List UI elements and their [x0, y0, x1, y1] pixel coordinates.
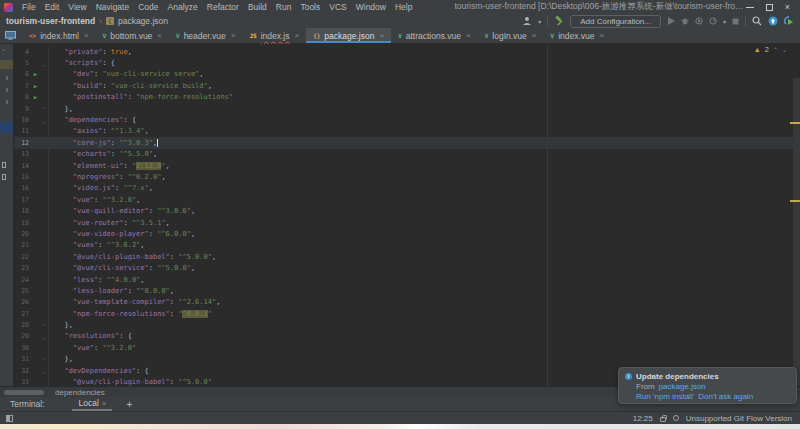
tool-window-icon[interactable]	[0, 28, 22, 43]
menu-view[interactable]: View	[64, 2, 90, 12]
notification-file-link[interactable]: package.json	[659, 382, 706, 391]
coverage-icon[interactable]	[695, 17, 703, 25]
tab-index.js[interactable]: JSindex.js×	[242, 28, 306, 43]
fold-icon[interactable]: ⌃	[40, 354, 49, 365]
search-everywhere-icon[interactable]	[752, 16, 762, 26]
line-number[interactable]: 11	[14, 127, 31, 135]
code-line[interactable]: 25 "less-loader": "^8.0.0",	[14, 285, 800, 296]
line-number[interactable]: 24	[14, 276, 31, 284]
code-line[interactable]: 20 "vue-video-player": "^6.0.0",	[14, 228, 800, 239]
code-line[interactable]: 15 "nprogress": "^0.2.0",	[14, 171, 800, 182]
code-line[interactable]: 21 "vuex": "^3.6.2",	[14, 240, 800, 251]
line-number[interactable]: 32	[14, 367, 31, 375]
minimize-icon[interactable]	[746, 7, 754, 8]
close-icon[interactable]: ×	[84, 31, 89, 40]
run-icon[interactable]: ▶	[31, 71, 40, 77]
tab-bottom.vue[interactable]: Vbottom.vue×	[96, 28, 169, 43]
code-line[interactable]: 9⌃ },	[14, 103, 800, 114]
update-available-icon[interactable]	[768, 16, 778, 26]
menu-code[interactable]: Code	[134, 2, 162, 12]
warning-stripe-mark[interactable]	[790, 200, 800, 202]
breadcrumb-json-path[interactable]: dependencies	[55, 388, 105, 397]
line-number[interactable]: 9	[14, 105, 31, 113]
code-line[interactable]: 11 "axios": "^1.3.4",	[14, 126, 800, 137]
code-line[interactable]: 30 "vue": "^3.2.0"	[14, 342, 800, 353]
git-flow-status[interactable]: Unsupported Git Flow Version	[686, 414, 792, 423]
close-icon[interactable]: ×	[157, 31, 162, 40]
terminal-label[interactable]: Terminal:	[0, 399, 54, 409]
code-line[interactable]: 27 "npm-force-resolutions": "^0.0.1"	[14, 308, 800, 319]
line-number[interactable]: 22	[14, 253, 31, 261]
close-icon[interactable]: ×	[532, 31, 537, 40]
code-line[interactable]: 10⌄ "dependencies": {	[14, 114, 800, 125]
tab-package.json[interactable]: {}package.json×	[306, 28, 391, 43]
code-line[interactable]: 26 "vue-template-compiler": "^2.6.14",	[14, 297, 800, 308]
code-line[interactable]: 13 "echarts": "^5.5.0",	[14, 149, 800, 160]
tab-header.vue[interactable]: Vheader.vue×	[169, 28, 242, 43]
new-terminal-button[interactable]: +	[126, 399, 132, 410]
line-number[interactable]: 5	[14, 59, 31, 67]
user-icon[interactable]	[522, 16, 532, 26]
code-line[interactable]: 5⌄ "scripts": {	[14, 57, 800, 68]
menu-run[interactable]: Run	[272, 2, 296, 12]
line-number[interactable]: 4	[14, 48, 31, 56]
line-number[interactable]: 25	[14, 287, 31, 295]
tab-index.html[interactable]: <>index.html×	[22, 28, 96, 43]
editor-scrollbar[interactable]	[793, 78, 800, 386]
line-number[interactable]: 19	[14, 219, 31, 227]
project-panel-collapsed[interactable]: ⌄	[0, 44, 14, 386]
build-hammer-icon[interactable]	[554, 16, 564, 26]
line-number[interactable]: 29	[14, 332, 31, 340]
code-line[interactable]: 28⌃ },	[14, 319, 800, 330]
maximize-icon[interactable]	[766, 4, 773, 11]
close-icon[interactable]: ×	[600, 31, 605, 40]
warning-stripe-mark[interactable]	[790, 122, 800, 124]
menu-edit[interactable]: Edit	[41, 2, 64, 12]
event-log-icon[interactable]	[673, 415, 679, 421]
code-line[interactable]: 18 "vue-quill-editor": "^3.0.6",	[14, 205, 800, 216]
line-number[interactable]: 18	[14, 207, 31, 215]
line-number[interactable]: 6	[14, 70, 31, 78]
close-icon[interactable]: ×	[102, 399, 107, 408]
line-number[interactable]: 17	[14, 196, 31, 204]
line-number[interactable]: 31	[14, 355, 31, 363]
line-number[interactable]: 30	[14, 344, 31, 352]
tab-logIn.vue[interactable]: VlogIn.vue×	[478, 28, 544, 43]
prev-warning-icon[interactable]: ⌃	[773, 46, 778, 53]
next-warning-icon[interactable]: ⌄	[782, 46, 787, 53]
line-number[interactable]: 14	[14, 162, 31, 170]
menu-file[interactable]: File	[18, 2, 40, 12]
line-number[interactable]: 7	[14, 82, 31, 90]
line-number[interactable]: 8	[14, 93, 31, 101]
code-line[interactable]: 14 "element-ui": "2.12.0",	[14, 160, 800, 171]
line-number[interactable]: 15	[14, 173, 31, 181]
fold-icon[interactable]: ⌃	[40, 319, 49, 330]
menu-tools[interactable]: Tools	[296, 2, 324, 12]
chevron-down-icon[interactable]: ▾	[538, 18, 541, 25]
code-line[interactable]: 17 "vue": "^3.2.0",	[14, 194, 800, 205]
code-line[interactable]: 16 "video.js": "^7.x",	[14, 183, 800, 194]
code-line[interactable]: 31⌃ },	[14, 354, 800, 365]
close-icon[interactable]: ×	[231, 31, 236, 40]
line-number[interactable]: 27	[14, 310, 31, 318]
code-line[interactable]: 4 "private": true,	[14, 46, 800, 57]
line-number[interactable]: 33	[14, 378, 31, 386]
code-line[interactable]: 24 "less": "^4.0.0",	[14, 274, 800, 285]
chevron-down-icon[interactable]: ▾	[723, 18, 726, 25]
breadcrumb-file[interactable]: package.json	[118, 16, 168, 26]
line-number[interactable]: 10	[14, 116, 31, 124]
code-line[interactable]: 29⌄ "resolutions": {	[14, 331, 800, 342]
line-number[interactable]: 20	[14, 230, 31, 238]
line-number[interactable]: 26	[14, 298, 31, 306]
menu-build[interactable]: Build	[244, 2, 271, 12]
code-line[interactable]: 12 "core-js": "^3.8.3",	[14, 137, 800, 148]
tool-window-switcher-icon[interactable]	[6, 415, 13, 422]
fold-icon[interactable]: ⌃	[40, 103, 49, 114]
tree-chevron-icon[interactable]: ⌄	[1, 45, 6, 52]
fold-icon[interactable]: ⌄	[40, 365, 49, 376]
menu-refactor[interactable]: Refactor	[203, 2, 243, 12]
breadcrumb-project[interactable]: tourism-user-frontend	[6, 16, 95, 26]
dont-ask-again-link[interactable]: Don't ask again	[698, 392, 753, 401]
fold-icon[interactable]: ⌄	[40, 114, 49, 125]
line-number[interactable]: 12	[14, 139, 31, 147]
